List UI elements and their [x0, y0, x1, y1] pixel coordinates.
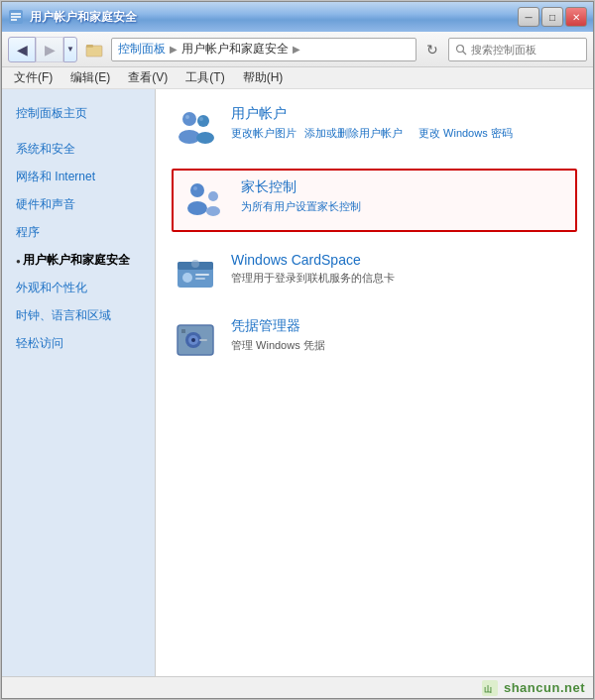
- breadcrumb-item-1: 用户帐户和家庭安全: [181, 41, 289, 58]
- svg-text:山: 山: [484, 685, 492, 694]
- menu-file[interactable]: 文件(F): [6, 67, 60, 88]
- svg-point-16: [187, 201, 207, 215]
- search-bar: [448, 38, 587, 61]
- svg-point-9: [182, 112, 196, 126]
- parental-controls-icon: [181, 176, 229, 224]
- menu-view[interactable]: 查看(V): [120, 67, 176, 88]
- breadcrumb-item-0[interactable]: 控制面板: [118, 41, 166, 58]
- watermark-icon: 山: [480, 678, 500, 698]
- category-credential: 凭据管理器 管理 Windows 凭据: [172, 315, 577, 363]
- cardspace-content: Windows CardSpace 管理用于登录到联机服务的信息卡: [231, 250, 577, 286]
- menu-help[interactable]: 帮助(H): [235, 67, 292, 88]
- refresh-button[interactable]: ↻: [420, 38, 444, 61]
- svg-rect-2: [11, 16, 21, 18]
- window-controls: ─ □ ✕: [518, 7, 587, 27]
- cardspace-desc: 管理用于登录到联机服务的信息卡: [231, 271, 577, 286]
- window-title: 用户帐户和家庭安全: [30, 9, 137, 26]
- sidebar-item-users-active: 用户帐户和家庭安全: [2, 246, 155, 274]
- link-add-remove[interactable]: 添加或删除用户帐户: [304, 126, 403, 141]
- sidebar-item-home[interactable]: 控制面板主页: [2, 99, 155, 127]
- window-icon: [8, 9, 24, 25]
- folder-icon: [85, 41, 103, 58]
- svg-rect-32: [181, 329, 185, 333]
- breadcrumb-sep-1: ▶: [293, 44, 300, 55]
- credential-content: 凭据管理器 管理 Windows 凭据: [231, 315, 577, 353]
- sidebar-item-clock[interactable]: 时钟、语言和区域: [2, 301, 155, 329]
- close-button[interactable]: ✕: [565, 7, 587, 27]
- cardspace-icon: [172, 250, 219, 297]
- category-parental-controls: 家长控制 为所有用户设置家长控制: [172, 169, 577, 232]
- nav-bar: ◀ ▶ ▼ 控制面板 ▶ 用户帐户和家庭安全 ▶ ↻: [2, 32, 593, 67]
- sidebar-item-programs[interactable]: 程序: [2, 218, 155, 246]
- sidebar-item-hardware[interactable]: 硬件和声音: [2, 190, 155, 218]
- dropdown-button[interactable]: ▼: [63, 37, 77, 62]
- svg-rect-23: [195, 274, 209, 276]
- forward-button[interactable]: ▶: [36, 37, 63, 62]
- link-change-picture[interactable]: 更改帐户图片: [231, 126, 297, 141]
- svg-point-19: [193, 186, 197, 190]
- sidebar-item-system[interactable]: 系统和安全: [2, 135, 155, 163]
- user-accounts-content: 用户帐户 更改帐户图片 添加或删除用户帐户 更改 Windows 密码: [231, 103, 577, 141]
- watermark-area: 山 shancun.net: [480, 678, 585, 698]
- svg-point-18: [206, 206, 220, 216]
- svg-rect-24: [195, 278, 205, 280]
- category-user-accounts: 用户帐户 更改帐户图片 添加或删除用户帐户 更改 Windows 密码: [172, 103, 577, 151]
- link-change-password[interactable]: 更改 Windows 密码: [418, 126, 513, 141]
- parental-controls-title[interactable]: 家长控制: [241, 178, 567, 196]
- svg-rect-31: [199, 339, 207, 341]
- svg-point-22: [182, 273, 192, 283]
- credential-icon: [172, 315, 219, 363]
- nav-folder-icon: [81, 41, 107, 58]
- parental-controls-links: 为所有用户设置家长控制: [241, 199, 567, 214]
- menu-bar: 文件(F) 编辑(E) 查看(V) 工具(T) 帮助(H): [2, 67, 593, 89]
- restore-button[interactable]: □: [541, 7, 563, 27]
- sidebar-item-network[interactable]: 网络和 Internet: [2, 163, 155, 190]
- sidebar-item-appearance[interactable]: 外观和个性化: [2, 274, 155, 301]
- svg-rect-3: [11, 19, 17, 21]
- sidebar-item-accessibility[interactable]: 轻松访问: [2, 329, 155, 357]
- parental-controls-content: 家长控制 为所有用户设置家长控制: [241, 176, 567, 214]
- svg-point-12: [196, 132, 214, 144]
- link-setup-parental[interactable]: 为所有用户设置家长控制: [241, 199, 361, 214]
- category-cardspace: Windows CardSpace 管理用于登录到联机服务的信息卡: [172, 250, 577, 297]
- search-icon: [455, 44, 467, 56]
- watermark-text: shancun.net: [504, 680, 585, 695]
- back-button[interactable]: ◀: [8, 37, 36, 62]
- svg-point-7: [457, 45, 464, 52]
- breadcrumb: 控制面板 ▶ 用户帐户和家庭安全 ▶: [111, 38, 416, 61]
- menu-tools[interactable]: 工具(T): [178, 67, 232, 88]
- main-window: 用户帐户和家庭安全 ─ □ ✕ ◀ ▶ ▼ 控制面板 ▶ 用户帐户和家庭安全 ▶: [1, 1, 594, 699]
- svg-rect-5: [86, 45, 93, 48]
- svg-point-13: [185, 115, 189, 119]
- status-bar: 山 shancun.net: [2, 676, 593, 698]
- svg-point-15: [190, 183, 204, 197]
- user-accounts-title[interactable]: 用户帐户: [231, 105, 577, 123]
- main-panel: 用户帐户 更改帐户图片 添加或删除用户帐户 更改 Windows 密码: [156, 89, 593, 676]
- search-input[interactable]: [471, 44, 580, 56]
- menu-edit[interactable]: 编辑(E): [62, 67, 118, 88]
- content-area: 控制面板主页 系统和安全 网络和 Internet 硬件和声音 程序 用户帐户和…: [2, 89, 593, 676]
- user-accounts-icon: [172, 103, 219, 151]
- svg-point-17: [208, 191, 218, 201]
- title-bar: 用户帐户和家庭安全 ─ □ ✕: [2, 2, 593, 32]
- breadcrumb-sep-0: ▶: [170, 44, 178, 55]
- user-accounts-links: 更改帐户图片 添加或删除用户帐户 更改 Windows 密码: [231, 126, 577, 141]
- credential-title[interactable]: 凭据管理器: [231, 317, 577, 335]
- svg-point-14: [199, 117, 203, 121]
- svg-point-11: [197, 115, 209, 127]
- minimize-button[interactable]: ─: [518, 7, 539, 27]
- svg-point-25: [191, 260, 199, 268]
- svg-line-8: [463, 51, 467, 55]
- cardspace-title[interactable]: Windows CardSpace: [231, 252, 577, 268]
- credential-desc: 管理 Windows 凭据: [231, 338, 577, 353]
- svg-point-30: [191, 338, 195, 342]
- svg-rect-1: [11, 13, 21, 15]
- sidebar: 控制面板主页 系统和安全 网络和 Internet 硬件和声音 程序 用户帐户和…: [2, 89, 156, 676]
